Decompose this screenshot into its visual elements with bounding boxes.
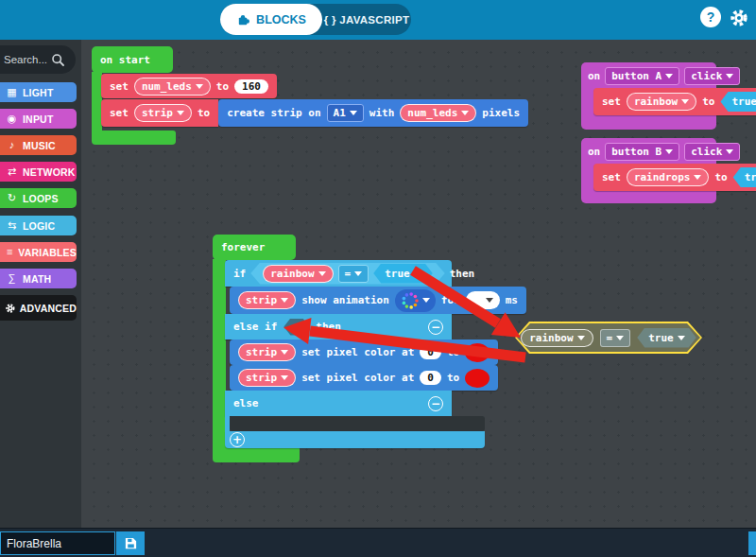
- variable-name: num_leds: [407, 107, 457, 119]
- blocks-workspace[interactable]: on start set num_leds to 160 set strip t…: [81, 40, 756, 528]
- sidebar-item-label: MUSIC: [23, 140, 56, 151]
- variable-dropdown-rainbow[interactable]: rainbow: [627, 93, 696, 111]
- forever-footer: [213, 446, 300, 462]
- set-pixel-color-block[interactable]: strip set pixel color at 0 to: [230, 339, 498, 365]
- top-bar: BLOCKS { } JAVASCRIPT ?: [0, 0, 756, 40]
- create-strip-label: create strip on: [227, 107, 320, 119]
- pixel-index-field[interactable]: 0: [420, 371, 441, 385]
- set-label: set: [602, 171, 621, 183]
- sidebar-item-advanced[interactable]: ADVANCED: [0, 295, 77, 321]
- number-value-field[interactable]: 160: [234, 79, 268, 94]
- dropdown-caret-icon: [681, 99, 689, 104]
- duration-dropdown[interactable]: [466, 291, 500, 309]
- sidebar-item-logic[interactable]: ⇆ LOGIC: [0, 216, 77, 235]
- event-dropdown[interactable]: click: [684, 67, 740, 85]
- event-value: click: [691, 70, 722, 82]
- sidebar-item-label: LOGIC: [23, 220, 55, 232]
- operator-dropdown[interactable]: =: [600, 329, 631, 347]
- sidebar-item-label: MATH: [23, 273, 51, 285]
- bottom-bar-edge-button[interactable]: [748, 531, 756, 555]
- to-label: to: [216, 80, 229, 93]
- boolean-dropdown-true[interactable]: true: [373, 264, 433, 284]
- sidebar-item-network[interactable]: ⇄ NETWORK: [0, 162, 77, 182]
- show-animation-block[interactable]: strip show animation for ms: [230, 287, 526, 314]
- save-floppy-icon: [124, 536, 138, 550]
- variable-dropdown-num-leds[interactable]: num_leds: [134, 78, 211, 96]
- dropdown-caret-icon: [196, 84, 203, 89]
- else-row[interactable]: else −: [225, 391, 452, 416]
- sidebar-item-input[interactable]: ◉ INPUT: [0, 109, 77, 129]
- sidebar-item-loops[interactable]: ↻ LOOPS: [0, 188, 77, 208]
- if-row[interactable]: if rainbow = true then: [225, 260, 452, 287]
- then-label: then: [316, 321, 341, 333]
- variable-dropdown-strip[interactable]: strip: [134, 104, 192, 122]
- then-label: then: [450, 268, 475, 280]
- boolean-dropdown-true[interactable]: true: [733, 167, 756, 187]
- search-input[interactable]: Search...: [0, 45, 76, 74]
- variable-dropdown-num-leds[interactable]: num_leds: [400, 104, 476, 122]
- boolean-dropdown-true[interactable]: true: [637, 328, 696, 348]
- dropdown-caret-icon: [616, 336, 624, 340]
- color-picker-red[interactable]: [465, 369, 490, 388]
- variable-name: rainbow: [270, 268, 314, 280]
- variable-name: strip: [246, 372, 277, 384]
- button-dropdown[interactable]: button B: [605, 143, 679, 161]
- variable-dropdown-rainbow[interactable]: rainbow: [521, 329, 593, 347]
- event-dropdown[interactable]: click: [684, 143, 740, 161]
- boolean-dropdown-true[interactable]: true: [720, 92, 756, 112]
- set-raindrops-block[interactable]: set raindrops to true: [593, 164, 756, 191]
- add-branch-button[interactable]: +: [230, 432, 245, 447]
- tab-javascript[interactable]: { } JAVASCRIPT: [322, 14, 411, 26]
- button-dropdown[interactable]: button A: [605, 67, 679, 85]
- variable-name: rainbow: [529, 332, 573, 344]
- gear-icon: [730, 9, 747, 26]
- tab-blocks[interactable]: BLOCKS: [220, 4, 322, 35]
- on-start-block[interactable]: on start: [92, 46, 173, 73]
- to-label: to: [447, 346, 459, 358]
- event-value: click: [691, 146, 722, 158]
- empty-statement-slot[interactable]: [230, 416, 485, 431]
- variable-name: strip: [246, 346, 277, 358]
- advanced-gear-icon: [6, 303, 15, 314]
- dragged-comparison-block[interactable]: rainbow = true: [515, 322, 702, 354]
- set-strip-left[interactable]: set strip to: [101, 99, 218, 127]
- variable-dropdown-strip[interactable]: strip: [238, 291, 296, 309]
- animation-dropdown[interactable]: [395, 289, 436, 312]
- comparison-block[interactable]: rainbow = true: [250, 263, 444, 285]
- color-picker-red[interactable]: [465, 343, 490, 362]
- show-animation-label: show animation: [301, 294, 389, 306]
- empty-condition-slot[interactable]: [284, 319, 309, 336]
- dropdown-caret-icon: [461, 111, 469, 115]
- pin-value: A1: [334, 107, 346, 119]
- help-button[interactable]: ?: [700, 7, 721, 27]
- variable-dropdown-raindrops[interactable]: raindrops: [627, 168, 710, 186]
- settings-button[interactable]: [729, 8, 748, 27]
- operator-dropdown[interactable]: =: [338, 265, 369, 283]
- sidebar-item-variables[interactable]: ≡ VARIABLES: [0, 242, 77, 262]
- variable-dropdown-rainbow[interactable]: rainbow: [263, 265, 333, 283]
- set-rainbow-block[interactable]: set rainbow to true: [593, 88, 756, 115]
- set-pixel-color-block[interactable]: strip set pixel color at 0 to: [230, 365, 498, 391]
- remove-branch-button[interactable]: −: [428, 396, 443, 411]
- else-if-row[interactable]: else if then −: [225, 314, 452, 339]
- forever-block[interactable]: forever: [213, 235, 296, 260]
- save-button[interactable]: [116, 531, 145, 555]
- set-strip-block[interactable]: set strip to create strip on A1 with num…: [101, 99, 528, 127]
- dropdown-caret-icon: [414, 271, 421, 276]
- variable-dropdown-strip[interactable]: strip: [238, 343, 296, 361]
- create-strip-block[interactable]: create strip on A1 with num_leds pixels: [218, 99, 528, 127]
- dropdown-caret-icon: [726, 149, 733, 154]
- sidebar-item-label: LIGHT: [23, 87, 54, 98]
- sidebar-item-music[interactable]: ♪ MUSIC: [0, 135, 77, 155]
- set-num-leds-block[interactable]: set num_leds to 160: [101, 74, 277, 98]
- toolbox-sidebar: Search... ▦ LIGHT ◉ INPUT ♪ MUSIC ⇄ NETW…: [0, 40, 81, 528]
- remove-branch-button[interactable]: −: [428, 320, 443, 335]
- pixel-index-field[interactable]: 0: [420, 345, 441, 359]
- pin-dropdown[interactable]: A1: [327, 104, 364, 122]
- variable-dropdown-strip[interactable]: strip: [238, 369, 296, 387]
- rainbow-animation-icon: [401, 291, 420, 310]
- project-name-input[interactable]: [0, 531, 115, 555]
- sidebar-item-math[interactable]: ∑ MATH: [0, 269, 77, 288]
- sidebar-item-light[interactable]: ▦ LIGHT: [0, 82, 77, 102]
- if-bottom-row: +: [225, 431, 485, 448]
